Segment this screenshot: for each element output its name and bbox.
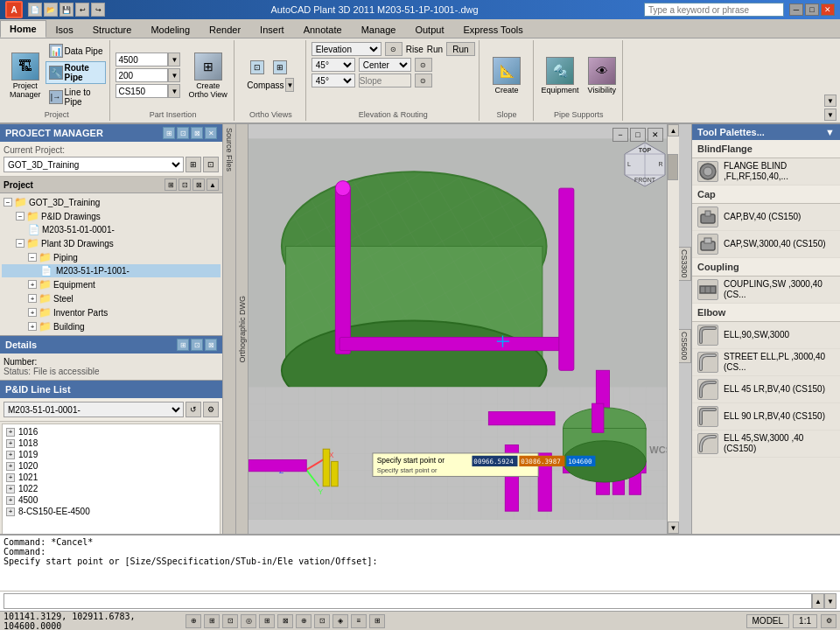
3dosnap-icon[interactable]: ⊕ <box>296 614 312 628</box>
snap-icon[interactable]: ⊕ <box>186 614 201 628</box>
pm-close-btn[interactable]: ✕ <box>205 127 217 139</box>
expand-cs150[interactable]: + <box>6 508 15 516</box>
search-input[interactable] <box>644 3 784 17</box>
tool-palettes-header[interactable]: Tool Palettes... ▼ <box>692 124 840 140</box>
expand-1018[interactable]: + <box>6 439 15 448</box>
viewport[interactable]: Orthographic DWG <box>236 124 691 534</box>
pid-refresh-btn[interactable]: ↺ <box>186 402 201 417</box>
tree-item-piping[interactable]: − 📁 Piping <box>2 250 220 264</box>
tab-express[interactable]: Express Tools <box>453 20 532 38</box>
toggle-piping[interactable]: − <box>28 253 37 262</box>
tree-item-building[interactable]: + 📁 Building <box>2 319 220 333</box>
minimize-btn[interactable]: ─ <box>789 4 803 16</box>
expand-4500[interactable]: + <box>6 496 15 505</box>
pm-dropdown-btn1[interactable]: ⊞ <box>186 157 201 172</box>
expand-1022[interactable]: + <box>6 485 15 494</box>
tree-item-m203-pid[interactable]: 📄 M203-51-01-0001- <box>2 223 220 236</box>
project-icon-2[interactable]: ⊡ <box>178 178 191 191</box>
pid-item-1019[interactable]: + 1019 <box>4 449 218 460</box>
route-pipe-btn[interactable]: 🔧 RoutePipe <box>46 61 107 84</box>
angle2-select[interactable]: 45° <box>312 74 355 88</box>
ducs-icon[interactable]: ⊡ <box>314 614 330 628</box>
palette-item-flange-blind[interactable]: FLANGE BLIND ,FL,RF,150,40,... <box>692 158 840 186</box>
tree-item-got[interactable]: − 📁 GOT_3D_Training <box>2 195 220 209</box>
size-dropdown-btn[interactable]: ▼ <box>168 52 180 66</box>
compass-dropdown-btn[interactable]: ▼ <box>285 78 294 92</box>
tab-output[interactable]: Output <box>405 20 453 38</box>
settings-icon[interactable]: ⚙ <box>821 614 836 628</box>
command-input[interactable] <box>4 593 812 609</box>
polar-icon[interactable]: ◎ <box>241 614 256 628</box>
expand-1016[interactable]: + <box>6 428 15 437</box>
tab-annotate[interactable]: Annotate <box>294 20 352 38</box>
size-input[interactable] <box>116 52 168 66</box>
pm-icon-2[interactable]: ⊡ <box>177 127 189 139</box>
toggle-got[interactable]: − <box>4 198 12 206</box>
pm-icon-1[interactable]: ⊞ <box>163 127 175 139</box>
center-icon-btn[interactable]: ⊙ <box>415 58 432 72</box>
pm-project-select[interactable]: GOT_3D_Training <box>4 157 184 172</box>
ribbon-expand-btn[interactable]: ▼ <box>824 94 836 107</box>
pid-item-1020[interactable]: + 1020 <box>4 460 218 472</box>
otrack-icon[interactable]: ⊠ <box>277 614 293 628</box>
osnap-icon[interactable]: ⊞ <box>259 614 275 628</box>
tree-item-steel[interactable]: + 📁 Steel <box>2 291 220 305</box>
palette-item-cap-bv[interactable]: CAP,BV,40 (CS150) <box>692 204 840 231</box>
nav-cube[interactable]: TOP L R FRONT <box>617 138 674 195</box>
project-icon-3[interactable]: ⊠ <box>192 178 205 191</box>
spec-dropdown-btn[interactable]: ▼ <box>168 84 180 98</box>
create-ortho-view-btn[interactable]: ⊞ CreateOrtho View <box>186 50 229 102</box>
pid-select[interactable]: M203-51-01-0001- <box>4 402 184 417</box>
slope-input[interactable] <box>359 74 411 88</box>
viewport-close-btn[interactable]: ✕ <box>648 128 663 142</box>
details-icon-2[interactable]: ⊡ <box>191 339 203 351</box>
tree-item-pid-drawings[interactable]: − 📁 P&ID Drawings <box>2 209 220 223</box>
tab-insert[interactable]: Insert <box>250 20 294 38</box>
viewport-vscrollbar[interactable]: ▲ ▼ <box>667 124 679 534</box>
create-btn[interactable]: 📐 Create <box>490 54 523 97</box>
visibility-btn[interactable]: 👁 Visibility <box>585 54 619 97</box>
toggle-inventor[interactable]: + <box>28 308 37 317</box>
undo-btn[interactable]: ↩ <box>75 3 89 17</box>
angle1-select[interactable]: 45° <box>312 58 355 72</box>
grid-icon[interactable]: ⊞ <box>204 614 220 628</box>
redo-btn[interactable]: ↪ <box>91 3 105 17</box>
tab-structure[interactable]: Structure <box>83 20 142 38</box>
run-btn[interactable]: Run <box>446 42 474 56</box>
tab-render[interactable]: Render <box>200 20 250 38</box>
dyn-icon[interactable]: ◈ <box>332 614 348 628</box>
pid-settings-btn[interactable]: ⚙ <box>203 402 219 417</box>
palette-item-cap-sw[interactable]: CAP,SW,3000,40 (CS150) <box>692 231 840 258</box>
elevation-select[interactable]: Elevation <box>312 42 382 56</box>
quick-access-toolbar[interactable]: 📄 📂 💾 ↩ ↪ <box>28 3 105 17</box>
pipe-size-dropdown-btn[interactable]: ▼ <box>168 68 180 82</box>
ribbon-expand-btn2[interactable]: ▼ <box>824 108 836 121</box>
command-scroll-up[interactable]: ▲ <box>812 593 824 609</box>
project-icon-1[interactable]: ⊞ <box>164 178 177 191</box>
pid-item-1018[interactable]: + 1018 <box>4 438 218 449</box>
ortho-view-1-btn[interactable]: ⊡ <box>247 59 268 76</box>
tab-home[interactable]: Home <box>0 20 46 38</box>
toggle-steel[interactable]: + <box>28 294 37 303</box>
tree-item-plant3d[interactable]: − 📁 Plant 3D Drawings <box>2 236 220 250</box>
scene-svg[interactable]: X Y Z Specify start point or Specify sta… <box>248 124 679 534</box>
viewport-restore-btn[interactable]: □ <box>630 128 646 142</box>
pm-dropdown-btn2[interactable]: ⊡ <box>203 157 219 172</box>
equipment-btn[interactable]: 🔩 Equipment <box>539 54 582 97</box>
command-scroll-down[interactable]: ▼ <box>824 593 836 609</box>
palette-item-ell-90sw[interactable]: ELL,90,SW,3000 <box>692 322 840 349</box>
maximize-btn[interactable]: □ <box>805 4 819 16</box>
pid-item-1016[interactable]: + 1016 <box>4 426 218 438</box>
scroll-thumb[interactable] <box>668 154 678 180</box>
model-btn[interactable]: MODEL <box>746 614 790 628</box>
tree-item-inventor[interactable]: + 📁 Inventor Parts <box>2 305 220 319</box>
tree-item-m203-3d[interactable]: 📄 M203-51-1P-1001- <box>2 264 220 277</box>
spec-input[interactable] <box>116 84 168 98</box>
details-icon-3[interactable]: ⊠ <box>205 339 217 351</box>
toggle-pid[interactable]: − <box>16 212 24 220</box>
line-to-pipe-btn[interactable]: |→ Line toPipe <box>46 86 107 108</box>
scroll-down-btn[interactable]: ▼ <box>668 522 679 534</box>
pipe-size-input[interactable] <box>116 68 168 82</box>
expand-1020[interactable]: + <box>6 462 15 471</box>
tree-item-equipment[interactable]: + 📁 Equipment <box>2 277 220 291</box>
